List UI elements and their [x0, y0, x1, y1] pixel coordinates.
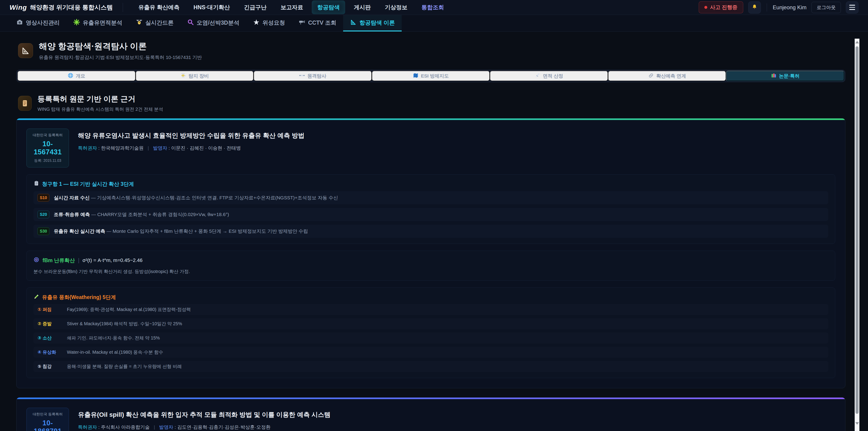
- weathering-header: 유출유 풍화(Weathering) 5단계: [33, 294, 828, 301]
- bell-icon: [751, 4, 758, 11]
- nav-oil-spill-forecast[interactable]: 유출유 확산예측: [133, 0, 185, 14]
- fbm-panel: fBm 난류확산 | σ²(t) = A·t^m, m=0.45~2.46 분수…: [26, 251, 835, 281]
- card2-gradient-bar: [17, 398, 845, 399]
- user-name: Eunjeong Kim: [773, 4, 807, 11]
- section-tabs: 개요 탐지 장비 원격탐사 ESI 방제지도 면적 산정 확산예측 연계: [16, 70, 845, 82]
- incident-dot-icon: [704, 6, 707, 9]
- patent2-header: 대한민국 등록특허 10-1868791 등록: 2018.06.12 유출유(…: [26, 408, 835, 431]
- scrollbar-up-arrow[interactable]: [855, 41, 859, 43]
- nav-hns-atmospheric[interactable]: HNS·대기확산: [188, 0, 235, 14]
- fbm-title: fBm 난류확산: [42, 257, 75, 264]
- patent1-number: 10-1567431: [29, 140, 66, 156]
- menu-button[interactable]: [846, 1, 859, 13]
- tab-detection-equipment[interactable]: 탐지 장비: [135, 71, 254, 81]
- claim-step-s10: S10 실시간 자료 수신 — 기상예측시스템·위성영상수신시스템·검조소 인터…: [33, 191, 828, 204]
- starburst-icon: [73, 19, 80, 27]
- weathering-row-evaporation: ② 증발 Stiver & Mackay(1984) 해석적 방법. 수일~10…: [33, 318, 828, 329]
- subtab-image-photo-management[interactable]: 영상사진관리: [9, 15, 66, 31]
- nav-weather-info[interactable]: 기상정보: [379, 0, 413, 14]
- nav-board[interactable]: 게시판: [348, 0, 376, 14]
- tab-papers-patents[interactable]: 논문·특허: [726, 71, 844, 81]
- fbm-description: 분수 브라운운동(fBm) 기반 무작위 확산거리 생성. 등방성(isotro…: [33, 269, 828, 275]
- patent1-title: 해양 유류오염사고 발생시 효율적인 방제방안 수립을 위한 유출유 확산 예측…: [78, 131, 305, 140]
- claim-panel-header: 청구항 1 — ESI 기반 실시간 확산 3단계: [33, 180, 828, 188]
- page-title: 해양 항공탐색·원격탐사 이론: [39, 41, 202, 52]
- patent2-title: 유출유(Oil spill) 확산 예측을 위한 입자 추적 모듈 최적화 방법…: [78, 410, 331, 419]
- topnav-right: 사고 진행중 Eunjeong Kim 로그아웃: [699, 1, 859, 13]
- brand-divider: [123, 3, 123, 12]
- camera-icon: [16, 19, 23, 27]
- section-header: 등록특허 원문 기반 이론 근거 WING 탑재 유출유 확산예측 시스템의 특…: [18, 94, 845, 112]
- pen-icon: [33, 294, 39, 301]
- app-brand: Wing 해양환경 위기대응 통합시스템: [9, 3, 113, 11]
- patent2-number-badge: 대한민국 등록특허 10-1868791 등록: 2018.06.12: [26, 408, 69, 431]
- page-ruler-icon: [18, 43, 33, 58]
- nav-reports[interactable]: 보고자료: [275, 0, 309, 14]
- helicopter-icon: [180, 72, 186, 80]
- claim-step-s30: S30 유출유 확산 실시간 예측 — Monte Carlo 입자추적 + f…: [33, 225, 828, 238]
- globe-icon: [68, 72, 73, 80]
- section-subtitle: WING 탑재 유출유 확산예측 시스템의 특허 원전 2건 전체 분석: [37, 106, 163, 112]
- nav-emergency-rescue[interactable]: 긴급구난: [239, 0, 272, 14]
- subtab-realtime-drone[interactable]: 실시간드론: [129, 15, 180, 31]
- subtab-aerial-search-theory[interactable]: 항공탐색 이론: [343, 15, 402, 31]
- claim-step-s20: S20 조류·취송류 예측 — CHARRY모델 조화분석 + 취송류 경험식(…: [33, 208, 828, 221]
- weathering-row-sinking: ⑤ 침강 용해·미생물 분해. 질량 손실률 = 초기 누유량에 선형 비례: [33, 361, 828, 372]
- subtab-cctv-view[interactable]: CCTV 조회: [292, 15, 343, 31]
- link-icon: [648, 72, 654, 80]
- remote-satellite-icon: [299, 72, 305, 80]
- top-navbar: Wing 해양환경 위기대응 통합시스템 유출유 확산예측 HNS·대기확산 긴…: [0, 0, 868, 15]
- tab-remote-sensing[interactable]: 원격탐사: [254, 71, 372, 81]
- main-menu: 유출유 확산예측 HNS·대기확산 긴급구난 보고자료 항공탐색 게시판 기상정…: [133, 0, 699, 14]
- magnifier-icon: [187, 19, 194, 27]
- card1-gradient-bar: [17, 118, 845, 120]
- incident-status-badge: 사고 진행중: [699, 1, 743, 13]
- weathering-row-dispersion: ③ 소산 쇄파 기인. 파도에너지·풍속 함수. 전체 약 15%: [33, 333, 828, 343]
- scroll-icon: [18, 96, 32, 111]
- weathering-row-spreading: ① 퍼짐 Fay(1969): 중력-관성력. Mackay et al.(19…: [33, 304, 828, 315]
- page-subtitle: 유출유 원격탐지·항공감시 기법·ESI 방제정보지도·등록특허 10-1567…: [39, 54, 202, 61]
- patent1-reg-date: 등록: 2015.11.03: [29, 158, 66, 163]
- claim-panel: 청구항 1 — ESI 기반 실시간 확산 3단계 S10 실시간 자료 수신 …: [26, 174, 835, 244]
- app-window: Wing 해양환경 위기대응 통합시스템 유출유 확산예측 HNS·대기확산 긴…: [0, 0, 868, 431]
- nav-integrated-search[interactable]: 통합조회: [416, 0, 450, 14]
- subtab-satellite-request[interactable]: 위성요청: [246, 15, 292, 31]
- subtab-pollution-ship-3d[interactable]: 오염/선박3D분석: [180, 15, 246, 31]
- page-header: 해양 항공탐색·원격탐사 이론 유출유 원격탐지·항공감시 기법·ESI 방제정…: [18, 41, 845, 61]
- drone-icon: [136, 19, 143, 27]
- patent1-header: 대한민국 등록특허 10-1567431 등록: 2015.11.03 해양 유…: [26, 129, 835, 167]
- hamburger-icon: [849, 5, 855, 10]
- section-title: 등록특허 원문 기반 이론 근거: [37, 94, 163, 104]
- tab-overview[interactable]: 개요: [18, 71, 135, 81]
- main-content: 해양 항공탐색·원격탐사 이론 유출유 원격탐지·항공감시 기법·ESI 방제정…: [0, 32, 868, 431]
- subtab-oil-area-analysis[interactable]: 유출유면적분석: [66, 15, 129, 31]
- page-scrollbar[interactable]: [855, 39, 860, 431]
- books-icon: [771, 72, 777, 80]
- fbm-formula: σ²(t) = A·t^m, m=0.45~2.46: [83, 257, 143, 263]
- sub-navbar: 영상사진관리 유출유면적분석 실시간드론 오염/선박3D분석 위성요청 CCTV…: [0, 15, 868, 32]
- patent2-number: 10-1868791: [29, 419, 66, 431]
- spiral-icon: [33, 257, 39, 264]
- patent2-meta: 특허권자 : 주식회사 아라종합기술 | 발명자 : 김도연·김용혁·김충기·김…: [78, 424, 331, 430]
- scrollbar-down-arrow[interactable]: [855, 422, 859, 425]
- blade-icon: [535, 72, 541, 80]
- cctv-icon: [299, 19, 305, 27]
- triangle-ruler-icon: [350, 19, 357, 27]
- logout-button[interactable]: 로그아웃: [811, 2, 841, 13]
- tab-area-calculation[interactable]: 면적 산정: [490, 71, 608, 81]
- notifications-button[interactable]: [748, 1, 761, 13]
- patent1-number-badge: 대한민국 등록특허 10-1567431 등록: 2015.11.03: [26, 129, 69, 167]
- tab-esi-map[interactable]: ESI 방제지도: [372, 71, 490, 81]
- incident-label: 사고 진행중: [710, 4, 737, 11]
- wing-logo: Wing: [9, 4, 27, 11]
- weathering-row-emulsification: ④ 유상화 Water-in-oil. Mackay et al.(1980) …: [33, 347, 828, 358]
- nav-aerial-search[interactable]: 항공탐색: [312, 0, 345, 14]
- weathering-panel: 유출유 풍화(Weathering) 5단계 ① 퍼짐 Fay(1969): 중…: [26, 287, 835, 378]
- tab-diffusion-link[interactable]: 확산예측 연계: [608, 71, 726, 81]
- scrollbar-thumb[interactable]: [856, 46, 859, 414]
- satellite-icon: [253, 19, 260, 27]
- map-icon: [413, 72, 418, 80]
- clipboard-icon: [33, 180, 39, 188]
- patent-card-1567431: 대한민국 등록특허 10-1567431 등록: 2015.11.03 해양 유…: [16, 118, 845, 388]
- patent1-meta: 특허권자 : 한국해양과학기술원 | 발명자 : 이문진 · 김혜진 · 이승현…: [78, 145, 305, 151]
